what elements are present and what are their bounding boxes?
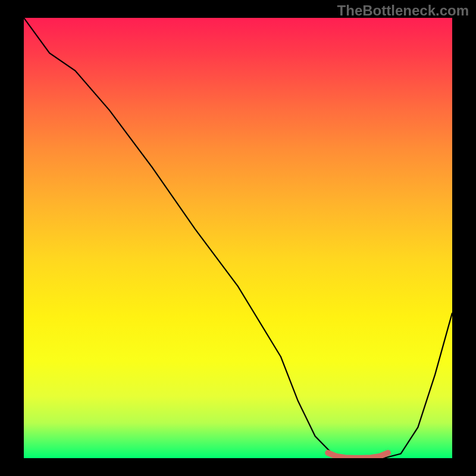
curve-svg <box>24 18 452 458</box>
highlight-segment <box>328 453 388 458</box>
watermark-text: TheBottleneck.com <box>337 2 469 19</box>
plot-area <box>24 18 452 458</box>
bottleneck-curve <box>24 18 452 458</box>
